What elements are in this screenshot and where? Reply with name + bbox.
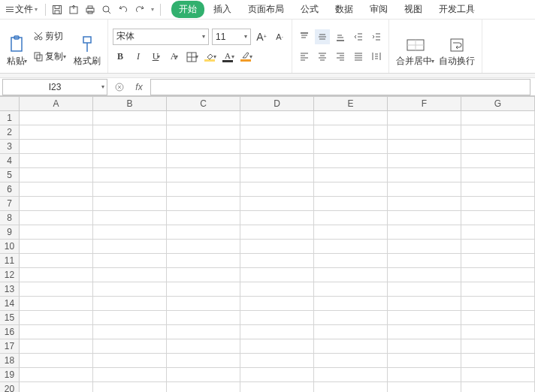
fx-icon[interactable]: fx [132,82,146,92]
cell[interactable] [167,182,240,197]
cell[interactable] [20,125,93,140]
cell[interactable] [388,182,461,197]
row-header[interactable]: 7 [0,197,20,211]
cell[interactable] [20,368,93,382]
cell[interactable] [93,268,167,282]
cell[interactable] [388,154,461,168]
highlight-button[interactable]: ▾ [239,50,254,65]
cell[interactable] [240,297,314,311]
cell[interactable] [314,368,388,382]
cell[interactable] [167,325,240,339]
cell[interactable] [461,140,535,154]
cell[interactable] [20,182,93,197]
row-header[interactable]: 12 [0,268,20,282]
cell[interactable] [240,182,314,197]
wrap-text-button[interactable]: 自动换行 [437,23,477,70]
cell[interactable] [93,368,167,382]
cell[interactable] [461,354,535,368]
row-header[interactable]: 3 [0,140,20,154]
cell[interactable] [461,297,535,311]
file-menu[interactable]: 文件 ▾ [3,2,41,17]
cell[interactable] [461,254,535,268]
cell[interactable] [461,168,535,182]
merge-center-button[interactable]: 合并居中▾ [394,23,437,70]
align-bottom-button[interactable] [333,29,348,44]
chevron-down-icon[interactable]: ▾ [150,6,156,13]
align-left-button[interactable] [297,49,312,64]
cell[interactable] [314,297,388,311]
cell[interactable] [388,254,461,268]
cell[interactable] [240,354,314,368]
row-header[interactable]: 11 [0,254,20,268]
cell[interactable] [388,354,461,368]
cell[interactable] [314,311,388,325]
cell[interactable] [167,382,240,392]
cell[interactable] [240,154,314,168]
cell[interactable] [314,354,388,368]
cell[interactable] [388,240,461,254]
cell[interactable] [240,140,314,154]
column-header[interactable]: G [461,97,535,111]
tab-start[interactable]: 开始 [171,1,204,18]
cell[interactable] [167,140,240,154]
cell[interactable] [240,168,314,182]
export-icon[interactable] [67,3,80,17]
cell[interactable] [93,354,167,368]
cell[interactable] [314,382,388,392]
cell[interactable] [20,325,93,339]
undo-icon[interactable] [116,3,130,17]
cell[interactable] [240,311,314,325]
cell[interactable] [314,168,388,182]
cell[interactable] [314,197,388,211]
tab-data[interactable]: 数据 [328,1,361,18]
print-preview-icon[interactable] [100,3,113,17]
row-header[interactable]: 15 [0,311,20,325]
decrease-font-button[interactable]: A- [272,29,287,44]
cell[interactable] [167,354,240,368]
save-icon[interactable] [50,3,64,17]
cell[interactable] [461,268,535,282]
cell[interactable] [93,311,167,325]
cell[interactable] [167,311,240,325]
increase-font-button[interactable]: A+ [254,29,269,44]
cell[interactable] [314,225,388,240]
cell[interactable] [20,240,93,254]
cell[interactable] [93,254,167,268]
italic-button[interactable]: I [131,50,146,65]
cell[interactable] [20,339,93,354]
strikethrough-button[interactable]: A▾ [167,50,182,65]
cell[interactable] [388,297,461,311]
row-header[interactable]: 18 [0,354,20,368]
cell[interactable] [20,197,93,211]
cell[interactable] [167,297,240,311]
row-header[interactable]: 13 [0,282,20,297]
cell[interactable] [20,225,93,240]
cell[interactable] [314,154,388,168]
fill-color-button[interactable]: ▾ [203,50,218,65]
name-box[interactable]: I23 ▾ [2,79,107,95]
cell[interactable] [20,382,93,392]
copy-button[interactable]: 复制▾ [31,49,68,65]
row-header[interactable]: 6 [0,182,20,197]
cell[interactable] [93,282,167,297]
tab-dev[interactable]: 开发工具 [431,1,482,18]
cell[interactable] [240,225,314,240]
tab-review[interactable]: 审阅 [362,1,395,18]
cell[interactable] [461,339,535,354]
row-header[interactable]: 2 [0,125,20,140]
cell[interactable] [388,325,461,339]
cell[interactable] [240,325,314,339]
cell[interactable] [93,339,167,354]
print-icon[interactable] [83,3,97,17]
cut-button[interactable]: 剪切 [31,29,68,44]
cell[interactable] [314,240,388,254]
font-color-button[interactable]: A ▾ [221,50,236,65]
cell[interactable] [461,325,535,339]
cell[interactable] [20,140,93,154]
cell[interactable] [461,154,535,168]
cell[interactable] [388,168,461,182]
tab-pagelayout[interactable]: 页面布局 [240,1,292,18]
font-name-select[interactable]: 宋体 ▾ [113,29,209,45]
row-header[interactable]: 8 [0,211,20,225]
cell[interactable] [461,311,535,325]
